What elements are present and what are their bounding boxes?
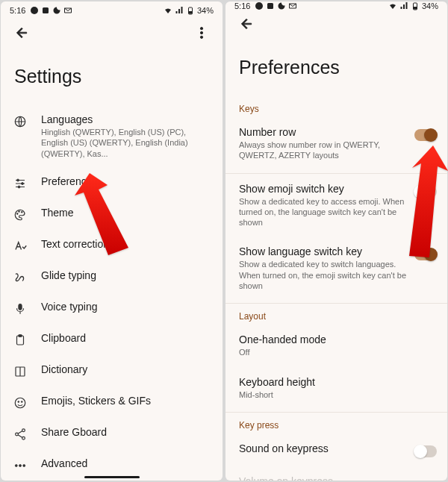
toggle-language-key[interactable]	[414, 248, 437, 260]
app-bar	[1, 19, 223, 46]
back-arrow-icon	[239, 16, 254, 31]
svg-rect-3	[189, 11, 192, 14]
status-time: 5:16	[234, 1, 250, 10]
svg-point-10	[18, 186, 20, 188]
svg-point-20	[21, 401, 22, 403]
book-icon	[13, 365, 27, 378]
status-bar: 5:16 34%	[1, 1, 223, 19]
settings-item-languages[interactable]: Languages Hinglish (QWERTY), English (US…	[1, 105, 223, 167]
moon-icon	[277, 1, 286, 10]
settings-item-label: Clipboard	[41, 332, 211, 344]
status-bar: 5:16 34%	[225, 1, 447, 10]
page-title: Settings	[1, 46, 223, 105]
settings-item-emojis[interactable]: Emojis, Stickers & GIFs	[1, 386, 223, 418]
svg-point-24	[15, 465, 17, 467]
svg-point-0	[31, 7, 38, 14]
pref-label: Sound on keypress	[239, 442, 407, 454]
section-keypress: Key press	[225, 413, 447, 434]
pref-volume-keypress[interactable]: Volume on keypress	[225, 466, 447, 481]
status-right-icons: 34%	[164, 6, 214, 15]
pref-sound-keypress[interactable]: Sound on keypress	[225, 434, 447, 466]
settings-item-theme[interactable]: Theme	[1, 198, 223, 230]
palette-icon	[13, 208, 27, 222]
svg-point-13	[21, 211, 22, 213]
pref-sub: Off	[239, 347, 437, 357]
svg-rect-14	[19, 304, 22, 310]
pref-one-handed[interactable]: One-handed mode Off	[225, 325, 447, 366]
app-bar	[225, 10, 447, 37]
wifi-icon	[164, 6, 172, 15]
moon-icon	[52, 6, 61, 15]
settings-item-label: Text correction	[41, 238, 211, 250]
toggle-emoji-key[interactable]	[414, 186, 437, 198]
svg-point-9	[22, 183, 24, 185]
svg-rect-16	[19, 335, 22, 337]
status-left-icons	[30, 6, 72, 15]
text-correct-icon	[13, 240, 27, 253]
toggle-number-row[interactable]	[414, 129, 437, 141]
settings-item-label: Voice typing	[41, 301, 211, 313]
svg-point-8	[17, 179, 19, 181]
settings-item-label: Theme	[41, 207, 211, 219]
svg-point-5	[200, 31, 202, 34]
settings-item-clipboard[interactable]: Clipboard	[1, 324, 223, 355]
signal-icon	[399, 1, 408, 10]
smiley-icon	[13, 396, 27, 410]
globe-icon	[13, 115, 27, 128]
settings-screen: 5:16 34% Settings	[1, 1, 223, 481]
pref-number-row[interactable]: Number row Always show number row in QWE…	[225, 117, 447, 170]
pref-language-key[interactable]: Show language switch key Show a dedicate…	[225, 237, 447, 300]
status-time: 5:16	[10, 6, 25, 15]
settings-item-label: Languages	[41, 113, 211, 125]
svg-point-25	[19, 465, 22, 467]
svg-point-27	[255, 2, 263, 10]
pref-sub: Show a dedicated key to switch languages…	[239, 259, 407, 291]
whatsapp-icon	[30, 6, 39, 15]
app-icon	[41, 6, 50, 15]
pref-emoji-key[interactable]: Show emoji switch key Show a dedicated k…	[225, 174, 447, 237]
overflow-button[interactable]	[188, 19, 215, 46]
navigation-handle[interactable]	[84, 476, 140, 478]
settings-item-label: Emojis, Stickers & GIFs	[41, 395, 211, 407]
settings-item-glide[interactable]: Glide typing	[1, 261, 223, 292]
settings-item-dictionary[interactable]: Dictionary	[1, 355, 223, 386]
svg-rect-1	[43, 7, 49, 13]
pref-sub: Always show number row in QWERTY, QWERTZ…	[239, 140, 407, 161]
svg-rect-30	[414, 7, 417, 10]
settings-item-preferences[interactable]: Preferences	[1, 167, 223, 198]
section-layout: Layout	[225, 304, 447, 325]
svg-point-19	[18, 401, 19, 403]
settings-item-voice[interactable]: Voice typing	[1, 292, 223, 324]
settings-item-label: Share Gboard	[41, 426, 211, 438]
back-arrow-icon	[14, 25, 29, 40]
pref-label: One-handed mode	[239, 334, 437, 345]
toggle-sound-keypress[interactable]	[414, 445, 437, 457]
back-button[interactable]	[233, 10, 260, 37]
settings-item-share[interactable]: Share Gboard	[1, 418, 223, 449]
app-icon	[266, 1, 275, 10]
share-icon	[13, 428, 27, 441]
pref-sub: Show a dedicated key to access emoji. Wh…	[239, 196, 407, 228]
settings-item-text-correction[interactable]: Text correction	[1, 230, 223, 261]
svg-rect-28	[267, 3, 273, 9]
sliders-icon	[13, 177, 27, 190]
svg-point-6	[200, 36, 202, 38]
battery-percent: 34%	[422, 1, 438, 10]
pref-label: Show language switch key	[239, 245, 407, 257]
mail-icon	[288, 1, 297, 10]
pref-label: Keyboard height	[239, 376, 437, 388]
battery-icon	[411, 1, 420, 10]
clipboard-icon	[13, 334, 27, 347]
pref-keyboard-height[interactable]: Keyboard height Mid-short	[225, 367, 447, 409]
back-button[interactable]	[8, 19, 35, 46]
settings-item-label: Preferences	[41, 175, 211, 187]
pref-label: Number row	[239, 126, 407, 138]
status-left-icons	[255, 1, 297, 10]
battery-percent: 34%	[197, 6, 214, 15]
battery-icon	[186, 6, 195, 15]
page-title: Preferences	[225, 37, 447, 96]
svg-point-4	[200, 27, 202, 29]
settings-list: Languages Hinglish (QWERTY), English (US…	[1, 105, 223, 481]
whatsapp-icon	[255, 1, 264, 10]
svg-point-11	[16, 213, 18, 215]
